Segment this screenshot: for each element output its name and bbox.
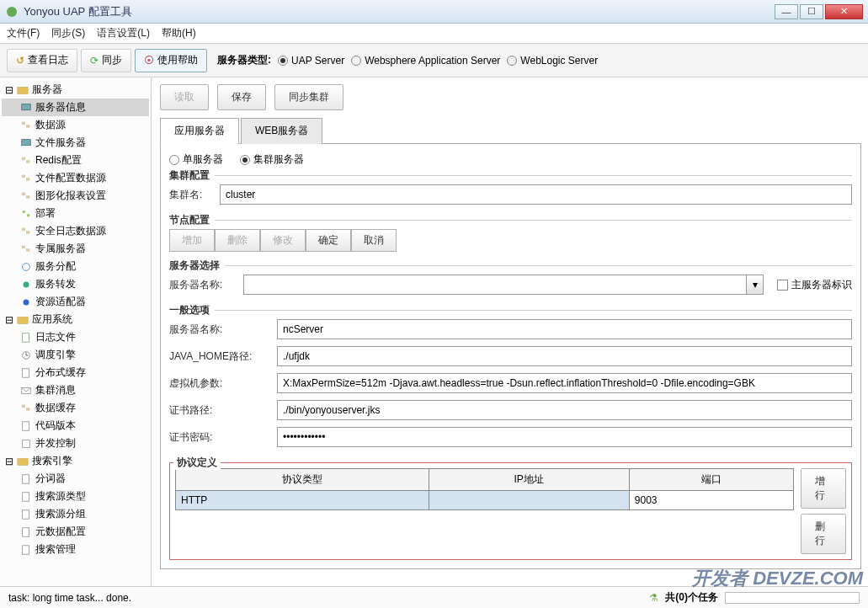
- tree-item-tokenizer[interactable]: 分词器: [2, 470, 149, 488]
- tree-item-service-alloc[interactable]: 服务分配: [2, 258, 149, 275]
- tree-item-codever[interactable]: 代码版本: [2, 417, 149, 435]
- tree-item-fileds[interactable]: 文件配置数据源: [2, 169, 149, 187]
- sidebar-tree[interactable]: ⊟服务器 服务器信息 数据源 文件服务器 Redis配置 文件配置数据源 图形化…: [0, 77, 152, 591]
- node-ok-button[interactable]: 确定: [306, 229, 351, 252]
- tabs: 应用服务器 WEB服务器: [160, 117, 861, 144]
- minimize-button[interactable]: —: [775, 4, 798, 19]
- sync-cluster-button[interactable]: 同步集群: [274, 84, 343, 110]
- tree-item-scheduler[interactable]: 调度引擎: [2, 346, 149, 364]
- radio-was[interactable]: Websphere Application Server: [351, 55, 500, 67]
- svg-point-20: [24, 299, 29, 305]
- server-select-input[interactable]: [243, 275, 747, 295]
- tree-item-distcache[interactable]: 分布式缓存: [2, 364, 149, 381]
- tree-group-appsys[interactable]: ⊟应用系统: [2, 311, 149, 328]
- viewlog-button[interactable]: ↺查看日志: [7, 49, 77, 72]
- col-port: 端口: [629, 469, 794, 491]
- svg-rect-21: [18, 317, 28, 323]
- svg-rect-11: [26, 195, 29, 199]
- tree-item-report[interactable]: 图形化报表设置: [2, 187, 149, 205]
- cert-pwd-input[interactable]: [277, 427, 852, 447]
- menu-help[interactable]: 帮助(H): [162, 26, 196, 40]
- tree-item-concurrency[interactable]: 并发控制: [2, 435, 149, 452]
- protocol-table[interactable]: 协议类型 IP地址 端口 HTTP 9003: [175, 468, 794, 510]
- vm-args-input[interactable]: [277, 373, 852, 393]
- cert-path-input[interactable]: [277, 400, 852, 420]
- sync-button[interactable]: ⟳同步: [81, 49, 131, 72]
- status-tasks: 共(0)个任务: [665, 590, 718, 605]
- tree-item-securelog[interactable]: 安全日志数据源: [2, 222, 149, 240]
- server-name-input[interactable]: [277, 319, 852, 339]
- tree-item-dedicated[interactable]: 专属服务器: [2, 240, 149, 258]
- tree-item-redis[interactable]: Redis配置: [2, 152, 149, 169]
- main-server-checkbox[interactable]: 主服务器标识: [777, 278, 852, 292]
- svg-rect-7: [26, 160, 29, 163]
- chevron-down-icon[interactable]: ▾: [747, 275, 764, 295]
- tree-item-datasource[interactable]: 数据源: [2, 116, 149, 134]
- svg-rect-2: [22, 104, 31, 109]
- svg-rect-15: [26, 231, 29, 234]
- read-button[interactable]: 读取: [160, 84, 209, 110]
- radio-uap[interactable]: UAP Server: [278, 55, 344, 67]
- svg-point-0: [7, 7, 17, 17]
- close-button[interactable]: ✕: [825, 4, 863, 19]
- svg-rect-1: [18, 87, 28, 93]
- titlebar: Yonyou UAP 配置工具 — ☐ ✕: [0, 0, 868, 24]
- cluster-name-input[interactable]: [220, 184, 852, 205]
- tree-item-searchgroup[interactable]: 搜索源分组: [2, 505, 149, 523]
- tree-item-datacache[interactable]: 数据缓存: [2, 399, 149, 417]
- tree-item-searchtype[interactable]: 搜索源类型: [2, 488, 149, 505]
- radio-wls[interactable]: WebLogic Server: [507, 55, 598, 67]
- tree-item-server-info[interactable]: 服务器信息: [2, 99, 149, 116]
- tab-app-server[interactable]: 应用服务器: [160, 118, 239, 144]
- tree-group-search[interactable]: ⊟搜索引擎: [2, 452, 149, 470]
- radio-single-server[interactable]: 单服务器: [169, 152, 223, 167]
- radio-cluster-server[interactable]: 集群服务器: [240, 152, 304, 167]
- cell-type[interactable]: HTTP: [176, 491, 429, 510]
- tree-item-clustermsg[interactable]: 集群消息: [2, 381, 149, 399]
- status-task: task: long time task... done.: [8, 592, 131, 604]
- tree-item-searchmgr[interactable]: 搜索管理: [2, 541, 149, 558]
- add-row-button[interactable]: 增行: [801, 468, 846, 509]
- maximize-button[interactable]: ☐: [800, 4, 823, 19]
- tree-item-metadata[interactable]: 元数据配置: [2, 523, 149, 541]
- svg-rect-10: [22, 192, 25, 195]
- svg-rect-8: [22, 174, 25, 178]
- tree-item-resource-adapter[interactable]: 资源适配器: [2, 293, 149, 311]
- tree-item-logfile[interactable]: 日志文件: [2, 328, 149, 346]
- tree-group-servers[interactable]: ⊟服务器: [2, 81, 149, 99]
- save-button[interactable]: 保存: [217, 84, 266, 110]
- server-type-label: 服务器类型:: [217, 53, 271, 67]
- svg-rect-17: [26, 248, 29, 252]
- tree-item-fileserver[interactable]: 文件服务器: [2, 134, 149, 152]
- menu-lang[interactable]: 语言设置(L): [97, 26, 150, 40]
- tab-web-server[interactable]: WEB服务器: [241, 118, 322, 144]
- svg-rect-14: [22, 227, 25, 231]
- window-title: Yonyou UAP 配置工具: [24, 4, 775, 19]
- del-row-button[interactable]: 删行: [801, 514, 846, 554]
- toolbar: ↺查看日志 ⟳同步 ⦿使用帮助 服务器类型: UAP Server Websph…: [0, 44, 868, 77]
- usehelp-button[interactable]: ⦿使用帮助: [135, 49, 207, 72]
- statusbar: task: long time task... done. ⚗ 共(0)个任务: [0, 586, 868, 608]
- cell-port[interactable]: 9003: [629, 491, 794, 510]
- svg-point-18: [23, 263, 30, 270]
- svg-rect-34: [23, 527, 29, 536]
- cell-ip[interactable]: [429, 491, 629, 510]
- table-row[interactable]: HTTP 9003: [176, 491, 794, 510]
- server-select-label: 服务器名称:: [169, 278, 237, 292]
- tree-item-service-fwd[interactable]: 服务转发: [2, 275, 149, 293]
- node-add-button[interactable]: 增加: [169, 229, 215, 252]
- svg-rect-3: [22, 121, 25, 125]
- node-modify-button[interactable]: 修改: [260, 229, 306, 252]
- svg-rect-27: [26, 408, 29, 411]
- node-delete-button[interactable]: 删除: [215, 229, 260, 252]
- menu-file[interactable]: 文件(F): [7, 26, 40, 40]
- menu-sync[interactable]: 同步(S): [51, 26, 85, 40]
- svg-rect-4: [26, 125, 29, 128]
- svg-rect-32: [23, 492, 29, 501]
- window-controls: — ☐ ✕: [775, 4, 863, 19]
- tree-item-deploy[interactable]: 部署: [2, 205, 149, 222]
- general-fieldset: 一般选项 服务器名称: JAVA_HOME路径: 虚拟机参数: 证书路径: 证书…: [169, 310, 852, 459]
- java-home-input[interactable]: [277, 346, 852, 366]
- node-cancel-button[interactable]: 取消: [351, 229, 397, 252]
- server-select-combo[interactable]: ▾: [243, 275, 764, 295]
